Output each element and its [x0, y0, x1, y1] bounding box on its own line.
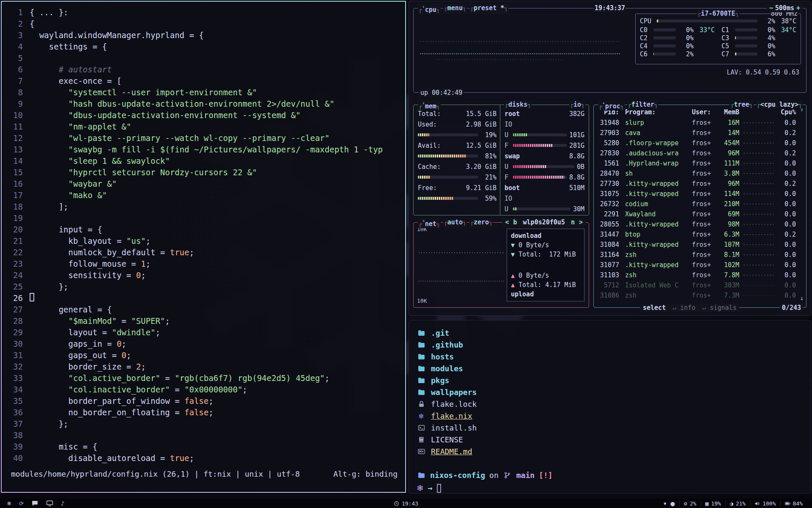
- process-row[interactable]: 1561.Hyprland-wrapfros+111M0.0: [594, 158, 806, 168]
- editor-line[interactable]: 14 "sleep 1 && swaylock": [6, 155, 405, 167]
- io-mode-button[interactable]: io: [569, 100, 585, 109]
- editor-line[interactable]: 12 "wl-paste --primary --watch wl-copy -…: [6, 133, 405, 144]
- header-mem[interactable]: MemB: [716, 108, 739, 116]
- preset-button[interactable]: preset *: [469, 4, 508, 14]
- editor-line[interactable]: 11 "nm-applet &": [6, 121, 405, 133]
- process-row[interactable]: 5712Isolated Web Cfros+303M0.0: [594, 280, 806, 290]
- editor-line[interactable]: 36 no_border_on_floating = false;: [6, 407, 405, 418]
- signals-label[interactable]: ↵ signals: [702, 304, 736, 312]
- editor-line[interactable]: 40 disable_autoreload = true;: [6, 453, 405, 464]
- waybar-clock-module[interactable]: 19:43: [394, 500, 418, 507]
- process-row[interactable]: 31103zshfros+7.8M0.0: [594, 270, 806, 280]
- process-row[interactable]: 31164zshfros+8.1M0.0: [594, 250, 806, 260]
- waybar-refresh-module[interactable]: ⟳: [19, 500, 24, 507]
- editor-line[interactable]: 9 "hash dbus-update-activation-environme…: [6, 98, 405, 110]
- menu-button[interactable]: menu: [443, 4, 467, 14]
- mem-box-title[interactable]: ²mem: [418, 100, 441, 110]
- waybar-chat-module[interactable]: [31, 500, 38, 507]
- editor-line[interactable]: 16 "waybar &": [6, 178, 405, 190]
- editor-line[interactable]: 28 "$mainMod" = "SUPER";: [6, 315, 405, 327]
- editor-line[interactable]: 37 };: [6, 418, 405, 430]
- waybar-ram-module[interactable]: ▦19%: [701, 500, 725, 507]
- waybar-battery-module[interactable]: 84%: [780, 500, 807, 507]
- net-box-title[interactable]: ³net: [418, 218, 441, 228]
- editor-line[interactable]: 15 "hyprctl setcursor Nordzy-cursors 22 …: [6, 167, 405, 178]
- net-interface-selector[interactable]: <b wlp0s20f0u5 n>: [502, 218, 585, 226]
- process-row[interactable]: 2291Xwaylandfros+69M0.0: [594, 209, 806, 219]
- editor-line[interactable]: 32 border_size = 2;: [6, 361, 405, 373]
- waybar-music-module[interactable]: ♪: [61, 500, 64, 507]
- waybar-gauge-module[interactable]: ◑21%: [725, 500, 750, 507]
- editor-line[interactable]: 22 numlock_by_default = true;: [6, 247, 405, 258]
- waybar-gear-module[interactable]: ⚙2%: [679, 500, 700, 507]
- process-row[interactable]: 28055.kitty-wrappedfros+98M0.0: [594, 219, 806, 229]
- editor-line[interactable]: 5: [6, 52, 405, 64]
- process-row[interactable]: 31447btopfros+6.3M0.2: [594, 229, 806, 240]
- editor-line[interactable]: 6 # autostart: [6, 64, 405, 75]
- process-row[interactable]: 26732codiumfros+210M0.0: [594, 199, 806, 209]
- editor-line[interactable]: 27 general = {: [6, 304, 405, 315]
- tray-tray-arrow[interactable]: ▾: [664, 500, 667, 507]
- editor-line[interactable]: 13 "swaybg -m fill -i $(find ~/Pictures/…: [6, 144, 405, 155]
- editor-line[interactable]: 1{ ... }:: [6, 7, 405, 18]
- interval-decrease-button[interactable]: −: [767, 4, 775, 12]
- editor-line[interactable]: 18 ];: [6, 201, 405, 213]
- disks-title[interactable]: disks: [504, 100, 532, 109]
- editor-line[interactable]: 23 follow_mouse = 1;: [6, 258, 405, 270]
- select-label[interactable]: select: [643, 304, 666, 312]
- editor-line[interactable]: 35 border_part_of_window = false;: [6, 395, 405, 407]
- editor-line[interactable]: 29 layout = "dwindle";: [6, 327, 405, 338]
- editor-line[interactable]: 24 sensitivity = 0;: [6, 270, 405, 281]
- cpu-box-title[interactable]: ¹cpu: [418, 4, 441, 14]
- editor-line[interactable]: 20 input = {: [6, 224, 405, 235]
- sort-next-button[interactable]: >: [795, 101, 798, 108]
- shell-prompt-input[interactable]: ❄ →: [417, 482, 803, 494]
- header-cpu[interactable]: Cpu%: [777, 108, 796, 116]
- editor-line[interactable]: 25 };: [6, 281, 405, 293]
- editor-line[interactable]: 33 "col.active_border" = "rgb(cba6f7) rg…: [6, 373, 405, 384]
- btop-window[interactable]: ¹cpu menu preset * 19:43:37 −500ms+ i7-6…: [409, 1, 811, 316]
- editor-line[interactable]: 38: [6, 430, 405, 441]
- editor-line[interactable]: 31 gaps_out = 0;: [6, 350, 405, 361]
- editor-line[interactable]: 21 kb_layout = "us";: [6, 235, 405, 247]
- process-row[interactable]: 27730.kitty-wrappedfros+96M0.2: [594, 179, 806, 189]
- sort-selector[interactable]: <cpu lazy>: [756, 100, 803, 109]
- waybar-nix-module[interactable]: ❄: [7, 500, 11, 507]
- sort-prev-button[interactable]: <: [760, 101, 764, 108]
- waybar-speaker-module[interactable]: 100%: [750, 500, 780, 507]
- terminal-window[interactable]: .git.githubhostsmodulespkgswallpapersfla…: [409, 320, 811, 494]
- header-user[interactable]: User:: [692, 108, 716, 116]
- tray-tray-dot[interactable]: ●: [670, 500, 675, 507]
- editor-line[interactable]: 8 "systemctl --user import-environment &…: [6, 87, 405, 98]
- process-row[interactable]: 5280.floorp-wrappefros+454M0.0: [594, 138, 806, 148]
- info-label[interactable]: ↵ info: [672, 304, 695, 312]
- editor-buffer[interactable]: 1{ ... }:2{3 wayland.windowManager.hyprl…: [6, 7, 405, 464]
- editor-line[interactable]: 17 "mako &": [6, 190, 405, 201]
- editor-line[interactable]: 3 wayland.windowManager.hyprland = {: [6, 30, 405, 41]
- process-row[interactable]: 27903cavafros+14M0.2: [594, 128, 806, 138]
- editor-line[interactable]: 26: [6, 293, 405, 304]
- waybar-display-module[interactable]: [46, 500, 53, 507]
- process-row[interactable]: 31086zshfros+7.3M0.0: [594, 290, 806, 301]
- editor-line[interactable]: 4 settings = {: [6, 41, 405, 52]
- editor-line[interactable]: 30 gaps_in = 0;: [6, 338, 405, 350]
- editor-line[interactable]: 7 exec-once = [: [6, 75, 405, 87]
- editor-line[interactable]: 10 "dbus-update-activation-environment -…: [6, 110, 405, 121]
- net-zero-button[interactable]: zero: [469, 218, 493, 228]
- process-row[interactable]: 27830.audacious-wrafros+96M0.2: [594, 148, 806, 158]
- editor-window[interactable]: 1{ ... }:2{3 wayland.windowManager.hyprl…: [1, 1, 406, 493]
- filter-button[interactable]: filter: [627, 100, 658, 110]
- editor-line[interactable]: 2{: [6, 18, 405, 30]
- interval-increase-button[interactable]: +: [794, 4, 802, 12]
- process-row[interactable]: 31075.kitty-wrappedfros+114M0.0: [594, 189, 806, 199]
- net-auto-button[interactable]: auto: [443, 218, 467, 228]
- editor-line[interactable]: 19: [6, 213, 405, 224]
- editor-line[interactable]: 34 "col.inactive_border" = "0x00000000";: [6, 384, 405, 395]
- process-row[interactable]: 31077.kitty-wrappedfros+102M0.0: [594, 260, 806, 270]
- process-row[interactable]: 28470shfros+3.8M0.0: [594, 168, 806, 179]
- proc-box-title[interactable]: ⁴proc: [598, 100, 625, 110]
- editor-line[interactable]: 39 misc = {: [6, 441, 405, 453]
- process-row[interactable]: 31948slurpfros+16M0.0: [594, 118, 806, 128]
- tree-toggle-button[interactable]: tree: [730, 100, 753, 109]
- process-row[interactable]: 31084.kitty-wrappedfros+107M0.0: [594, 240, 806, 250]
